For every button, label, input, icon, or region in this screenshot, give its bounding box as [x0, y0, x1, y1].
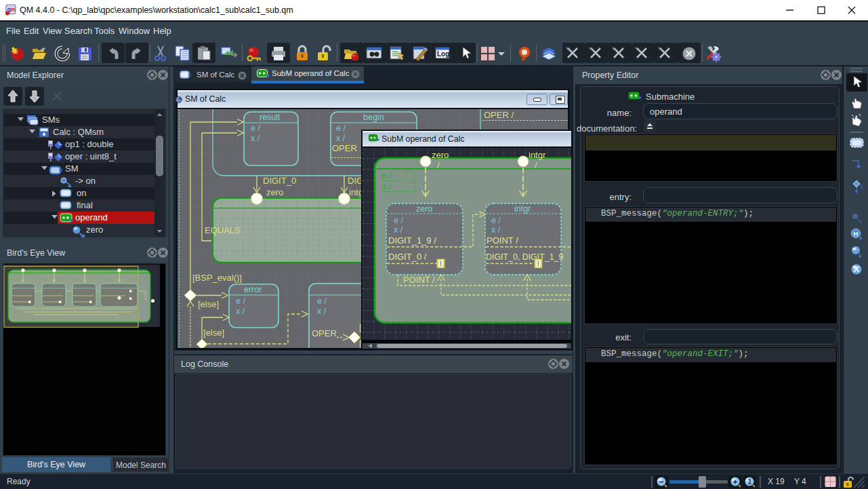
svg-text:Log: Log: [437, 50, 449, 58]
svg-text:e /: e /: [394, 216, 403, 225]
svg-text:intgr: intgr: [529, 150, 546, 160]
svg-text:DIGIT_0 /: DIGIT_0 /: [388, 252, 427, 262]
svg-text:EQUALS: EQUALS: [205, 225, 241, 235]
svg-text:DIGIT_1_9 /: DIGIT_1_9 /: [388, 235, 436, 246]
svg-text:POINT /: POINT /: [403, 275, 435, 285]
svg-text:begin: begin: [363, 113, 384, 122]
svg-text:intgr: intgr: [514, 204, 531, 214]
svg-text:x /: x /: [491, 225, 501, 235]
svg-text:e /: e /: [317, 296, 327, 306]
svg-text:x /: x /: [382, 182, 392, 191]
svg-text:[BSP_eval()]: [BSP_eval()]: [192, 273, 242, 283]
svg-text:OPER: OPER: [312, 328, 337, 338]
svg-text:zero: zero: [432, 150, 449, 160]
svg-text:x /: x /: [317, 307, 327, 316]
svg-text:OPER: OPER: [332, 143, 357, 153]
svg-text:zero: zero: [266, 187, 283, 197]
svg-text:error: error: [244, 285, 262, 294]
svg-text:e /: e /: [336, 123, 346, 133]
svg-text:OPER /: OPER /: [484, 110, 514, 120]
svg-text:x /: x /: [336, 134, 346, 143]
svg-text:result: result: [260, 113, 281, 122]
svg-text:H: H: [854, 230, 859, 237]
svg-text:/: /: [437, 160, 440, 170]
svg-text:1: 1: [748, 478, 752, 486]
svg-text:e /: e /: [251, 123, 260, 133]
svg-text:e /: e /: [236, 296, 245, 306]
svg-text:[else]: [else]: [203, 328, 224, 338]
svg-text:DIGIT_0: DIGIT_0: [263, 176, 296, 186]
svg-text:DIGIT_0, DIGIT_1_9: DIGIT_0, DIGIT_1_9: [486, 252, 563, 262]
svg-text:x /: x /: [251, 134, 260, 143]
svg-text:m: m: [10, 6, 16, 13]
svg-text:zero: zero: [416, 204, 432, 214]
svg-text:[else]: [else]: [198, 299, 219, 309]
svg-text:x /: x /: [394, 225, 403, 235]
svg-text:x /: x /: [236, 307, 245, 316]
svg-text:POINT /: POINT /: [487, 235, 518, 246]
svg-text:/: /: [535, 160, 537, 170]
svg-text:e /: e /: [382, 171, 392, 180]
svg-text:e /: e /: [491, 216, 501, 225]
